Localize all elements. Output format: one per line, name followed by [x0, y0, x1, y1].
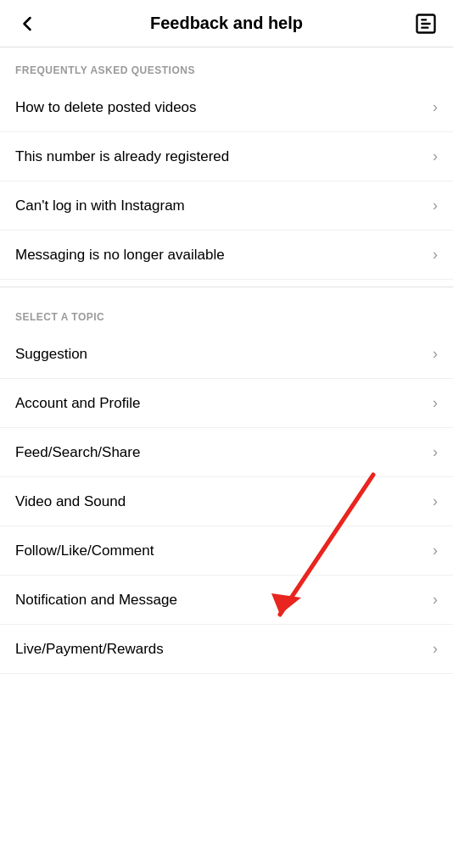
- topic-item-text-1: Account and Profile: [15, 395, 140, 412]
- chevron-icon-t3: ›: [433, 492, 438, 510]
- topic-item-5[interactable]: Notification and Message ›: [0, 576, 453, 625]
- topic-item-text-5: Notification and Message: [15, 592, 177, 609]
- topic-item-0[interactable]: Suggestion ›: [0, 330, 453, 379]
- topic-item-6[interactable]: Live/Payment/Rewards ›: [0, 625, 453, 674]
- faq-section-label: FREQUENTLY ASKED QUESTIONS: [0, 47, 453, 83]
- chevron-icon-t2: ›: [433, 443, 438, 461]
- topic-item-1[interactable]: Account and Profile ›: [0, 379, 453, 428]
- chevron-icon-t6: ›: [433, 640, 438, 658]
- faq-item-0[interactable]: How to delete posted videos ›: [0, 83, 453, 132]
- report-icon[interactable]: [414, 12, 438, 36]
- chevron-icon-0: ›: [433, 98, 438, 116]
- faq-item-text-2: Can't log in with Instagram: [15, 198, 185, 214]
- header: Feedback and help: [0, 0, 453, 47]
- faq-item-3[interactable]: Messaging is no longer available ›: [0, 231, 453, 280]
- topic-item-3[interactable]: Video and Sound ›: [0, 477, 453, 526]
- chevron-icon-t1: ›: [433, 394, 438, 412]
- chevron-icon-t5: ›: [433, 591, 438, 609]
- topic-item-text-3: Video and Sound: [15, 493, 126, 510]
- back-button[interactable]: [15, 12, 39, 36]
- chevron-icon-3: ›: [433, 246, 438, 264]
- faq-item-text-1: This number is already registered: [15, 148, 229, 165]
- topic-item-text-6: Live/Payment/Rewards: [15, 641, 164, 658]
- section-divider: [0, 287, 453, 287]
- topic-item-4[interactable]: Follow/Like/Comment ›: [0, 526, 453, 576]
- topics-section-label: SELECT A TOPIC: [0, 294, 453, 330]
- faq-section: FREQUENTLY ASKED QUESTIONS How to delete…: [0, 47, 453, 280]
- chevron-icon-t0: ›: [433, 345, 438, 363]
- chevron-icon-1: ›: [433, 147, 438, 165]
- faq-item-1[interactable]: This number is already registered ›: [0, 132, 453, 181]
- chevron-icon-2: ›: [433, 197, 438, 214]
- faq-item-text-0: How to delete posted videos: [15, 99, 197, 116]
- page-title: Feedback and help: [39, 14, 414, 33]
- faq-item-text-3: Messaging is no longer available: [15, 247, 225, 264]
- topic-item-text-0: Suggestion: [15, 346, 87, 363]
- faq-item-2[interactable]: Can't log in with Instagram ›: [0, 181, 453, 231]
- topic-item-text-4: Follow/Like/Comment: [15, 542, 154, 559]
- topic-item-text-2: Feed/Search/Share: [15, 444, 140, 461]
- topic-item-2[interactable]: Feed/Search/Share ›: [0, 428, 453, 477]
- topics-section: SELECT A TOPIC Suggestion › Account and …: [0, 294, 453, 674]
- chevron-icon-t4: ›: [433, 542, 438, 559]
